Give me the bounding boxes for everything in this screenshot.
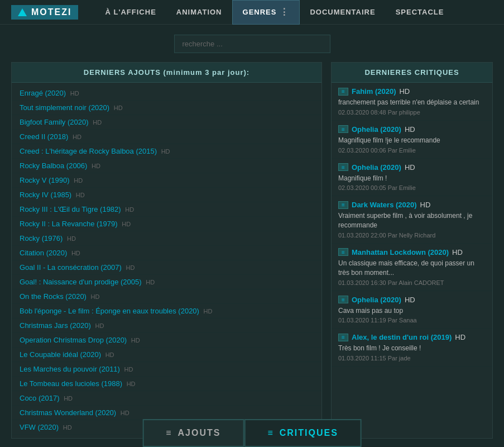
- critique-item: Dark Waters (2020) HD Vraiment superbe f…: [332, 196, 492, 244]
- list-item: Christmas Wonderland (2020) HD: [12, 406, 321, 420]
- list-item: Rocky Balboa (2006) HD: [12, 159, 321, 173]
- movie-link[interactable]: Creed II (2018): [20, 132, 68, 141]
- navbar: MOTEZI À L'AFFICHE ANIMATION GENRES ⋮ DO…: [0, 0, 504, 25]
- critique-icon: [338, 163, 348, 171]
- critique-item: Manhattan Lockdown (2020) HD Un classiqu…: [332, 244, 492, 291]
- movie-link[interactable]: Le Coupable idéal (2020): [20, 350, 101, 359]
- hd-badge: HD: [91, 293, 100, 300]
- critique-title: Dark Waters (2020) HD: [338, 201, 486, 209]
- list-item: Bigfoot Family (2020) HD: [12, 115, 321, 130]
- movie-link[interactable]: Rocky IV (1985): [20, 191, 71, 199]
- movie-link[interactable]: Tout simplement noir (2020): [20, 103, 109, 112]
- logo[interactable]: MOTEZI: [11, 5, 78, 20]
- hd-badge: HD: [405, 163, 415, 172]
- critique-title: Ophelia (2020) HD: [338, 125, 486, 134]
- hd-badge: HD: [399, 87, 410, 96]
- movie-link[interactable]: Christmas Jars (2020): [20, 321, 91, 330]
- hd-badge: HD: [146, 279, 155, 286]
- critique-item: Ophelia (2020) HD Cava mais pas au top 0…: [332, 291, 492, 329]
- hd-badge: HD: [64, 395, 73, 402]
- movie-link[interactable]: Rocky V (1990): [20, 176, 70, 184]
- critique-item: Ophelia (2020) HD Magnifique film !je le…: [332, 121, 492, 159]
- movie-link[interactable]: Rocky II : La Revanche (1979): [20, 220, 118, 228]
- movie-link[interactable]: Goal! : Naissance d'un prodige (2005): [20, 278, 142, 286]
- movie-link[interactable]: On the Rocks (2020): [20, 292, 87, 301]
- critique-text: Magnifique film !: [338, 174, 486, 183]
- critique-movie-name[interactable]: Dark Waters (2020): [352, 201, 417, 209]
- critique-item: Ophelia (2020) HD Magnifique film ! 02.0…: [332, 159, 492, 197]
- critique-meta: 02.03.2020 08:48 Par philippe: [338, 109, 486, 116]
- list-item: Rocky III : L'Œil du Tigre (1982) HD: [12, 202, 321, 217]
- critique-meta: 01.03.2020 16:30 Par Alain CADORET: [338, 279, 486, 286]
- critique-title: Fahim (2020) HD: [338, 87, 486, 96]
- nav-link-affiche[interactable]: À L'AFFICHE: [95, 0, 166, 25]
- movie-link[interactable]: Bigfoot Family (2020): [20, 118, 89, 126]
- critique-meta: 01.03.2020 11:19 Par Sanaa: [338, 317, 486, 324]
- critique-title: Ophelia (2020) HD: [338, 163, 486, 172]
- critique-icon: [338, 125, 348, 133]
- nav-genres-label: GENRES: [243, 8, 277, 16]
- movie-link[interactable]: Creed : L'héritage de Rocky Balboa (2015…: [20, 147, 157, 155]
- critique-icon: [338, 201, 348, 209]
- critique-item: Fahim (2020) HD franchement pas terrible…: [332, 83, 492, 121]
- movie-link[interactable]: Rocky Balboa (2006): [20, 161, 87, 170]
- movie-link[interactable]: VFW (2020): [20, 423, 59, 431]
- nav-link-genres[interactable]: GENRES ⋮: [232, 0, 300, 25]
- list-item: Le Coupable idéal (2020) HD: [12, 348, 321, 362]
- left-panel: DERNIERS AJOUTS (minimum 3 par jour): En…: [11, 62, 322, 439]
- list-item: Les Marches du pouvoir (2011) HD: [12, 362, 321, 377]
- movie-link[interactable]: Rocky III : L'Œil du Tigre (1982): [20, 205, 121, 213]
- movie-link[interactable]: Le Tombeau des lucioles (1988): [20, 379, 122, 388]
- critique-movie-name[interactable]: Manhattan Lockdown (2020): [352, 248, 449, 256]
- movie-link[interactable]: Bob l'éponge - Le film : Éponge en eaux …: [20, 307, 199, 315]
- list-item: Enragé (2020) HD: [12, 86, 321, 101]
- critique-movie-name[interactable]: Ophelia (2020): [352, 163, 401, 172]
- critique-meta: 01.03.2020 11:15 Par jade: [338, 355, 486, 362]
- hd-badge: HD: [455, 333, 465, 341]
- nav-links: À L'AFFICHE ANIMATION GENRES ⋮ DOCUMENTA…: [95, 0, 454, 25]
- critique-icon: [338, 334, 348, 341]
- hd-badge: HD: [63, 424, 72, 431]
- list-item: Tout simplement noir (2020) HD: [12, 101, 321, 115]
- critique-movie-name[interactable]: Fahim (2020): [352, 87, 396, 96]
- critique-movie-name[interactable]: Ophelia (2020): [352, 125, 401, 134]
- nav-link-animation[interactable]: ANIMATION: [166, 0, 232, 25]
- movie-link[interactable]: Goal II - La consécration (2007): [20, 263, 122, 272]
- critique-movie-name[interactable]: Alex, le destin d'un roi (2019): [352, 333, 452, 341]
- nav-link-documentaire[interactable]: DOCUMENTAIRE: [300, 0, 385, 25]
- movie-link[interactable]: Citation (2020): [20, 249, 67, 257]
- movie-link[interactable]: Coco (2017): [20, 394, 60, 402]
- ajouts-button[interactable]: AJOUTS: [142, 419, 244, 447]
- search-input[interactable]: [174, 35, 330, 53]
- movie-link[interactable]: Rocky (1976): [20, 234, 63, 242]
- critiques-button[interactable]: CRITIQUES: [244, 419, 361, 447]
- hd-badge: HD: [161, 148, 170, 155]
- hd-badge: HD: [405, 125, 415, 134]
- ajouts-list-icon: [166, 428, 172, 438]
- right-panel-header: DERNIERES CRITIQUES: [332, 63, 492, 83]
- movie-link[interactable]: Operation Christmas Drop (2020): [20, 336, 127, 344]
- critique-text: franchement pas terrible n'en déplaise a…: [338, 98, 486, 107]
- movie-link[interactable]: Enragé (2020): [20, 89, 66, 97]
- list-item: Creed : L'héritage de Rocky Balboa (2015…: [12, 144, 321, 159]
- hd-badge: HD: [93, 119, 102, 126]
- hd-badge: HD: [71, 250, 80, 256]
- list-item: Creed II (2018) HD: [12, 130, 321, 144]
- critique-item: Alex, le destin d'un roi (2019) HD Très …: [332, 329, 492, 367]
- list-item: Rocky (1976) HD: [12, 231, 321, 246]
- critique-text: Magnifique film !je le recommande: [338, 136, 486, 145]
- critiques-label: CRITIQUES: [280, 428, 338, 438]
- critique-text: Très bon film ! Je conseille !: [338, 344, 486, 353]
- critique-icon: [338, 248, 348, 256]
- critique-movie-name[interactable]: Ophelia (2020): [352, 296, 401, 304]
- nav-link-spectacle[interactable]: SPECTACLE: [386, 0, 454, 25]
- movie-link[interactable]: Christmas Wonderland (2020): [20, 408, 116, 417]
- genres-dots-icon: ⋮: [280, 7, 289, 17]
- list-item: Bob l'éponge - Le film : Éponge en eaux …: [12, 304, 321, 318]
- list-item: Le Tombeau des lucioles (1988) HD: [12, 377, 321, 391]
- movie-link[interactable]: Les Marches du pouvoir (2011): [20, 365, 120, 373]
- critique-title: Alex, le destin d'un roi (2019) HD: [338, 333, 486, 341]
- critique-text: Cava mais pas au top: [338, 306, 486, 316]
- critique-title: Ophelia (2020) HD: [338, 296, 486, 304]
- critique-text: Un classique mais efficace, de quoi pass…: [338, 259, 486, 278]
